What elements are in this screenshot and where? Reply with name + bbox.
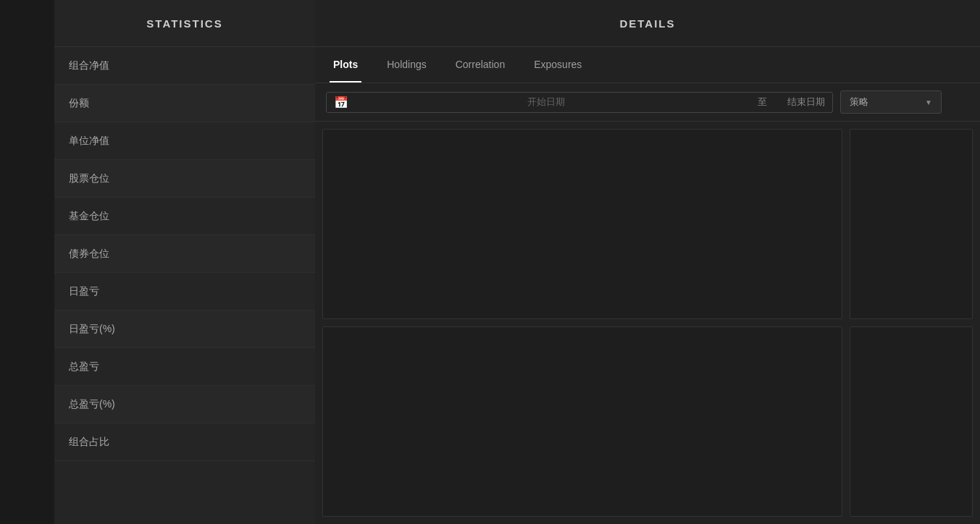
date-separator: 至 (743, 96, 782, 109)
statistics-item-gupiaocangwei[interactable]: 股票仓位 (54, 160, 315, 198)
details-panel: DETAILS Plots Holdings Correlation Expos… (315, 0, 980, 524)
charts-row-bottom (322, 326, 973, 517)
statistics-panel: STATISTICS 组合净值份额单位净值股票仓位基金仓位债券仓位日盈亏日盈亏(… (54, 0, 315, 524)
charts-area (315, 122, 980, 524)
tab-holdings[interactable]: Holdings (383, 47, 430, 83)
controls-bar: 📅 开始日期 至 结束日期 策略 ▼ (315, 83, 980, 122)
strategy-dropdown[interactable]: 策略 ▼ (840, 90, 942, 114)
details-header: DETAILS (315, 0, 980, 47)
dropdown-arrow-icon: ▼ (925, 98, 932, 106)
chart-block-top-side (850, 129, 973, 319)
start-date-placeholder: 开始日期 (354, 96, 737, 109)
chart-block-bottom-side (850, 326, 973, 517)
details-title: DETAILS (619, 17, 675, 30)
statistics-item-danweijingzhi[interactable]: 单位净值 (54, 122, 315, 160)
statistics-list: 组合净值份额单位净值股票仓位基金仓位债券仓位日盈亏日盈亏(%)总盈亏总盈亏(%)… (54, 47, 315, 524)
statistics-item-zongpanyingpercent[interactable]: 总盈亏(%) (54, 386, 315, 423)
statistics-item-zhaiquancangwei[interactable]: 债券仓位 (54, 235, 315, 273)
end-date-label: 结束日期 (787, 96, 825, 109)
statistics-item-zuhezhanbei[interactable]: 组合占比 (54, 423, 315, 461)
tab-plots[interactable]: Plots (330, 47, 361, 83)
statistics-item-ripanyingpercent[interactable]: 日盈亏(%) (54, 310, 315, 348)
statistics-item-fene[interactable]: 份额 (54, 85, 315, 122)
left-strip (0, 0, 54, 524)
tab-correlation[interactable]: Correlation (452, 47, 508, 83)
charts-row-top (322, 129, 973, 319)
statistics-item-jijincangwei[interactable]: 基金仓位 (54, 198, 315, 235)
calendar-icon: 📅 (334, 96, 348, 109)
tab-exposures[interactable]: Exposures (530, 47, 585, 83)
date-range-picker[interactable]: 📅 开始日期 至 结束日期 (326, 92, 833, 113)
statistics-title: STATISTICS (146, 17, 222, 30)
tabs-bar: Plots Holdings Correlation Exposures (315, 47, 980, 83)
statistics-item-zongpanying[interactable]: 总盈亏 (54, 348, 315, 386)
strategy-label: 策略 (850, 96, 919, 109)
statistics-item-ripanying[interactable]: 日盈亏 (54, 273, 315, 310)
chart-block-top-main (322, 129, 842, 319)
statistics-item-zuhejingzhi[interactable]: 组合净值 (54, 47, 315, 85)
statistics-header: STATISTICS (54, 0, 315, 47)
chart-block-bottom-main (322, 326, 842, 517)
